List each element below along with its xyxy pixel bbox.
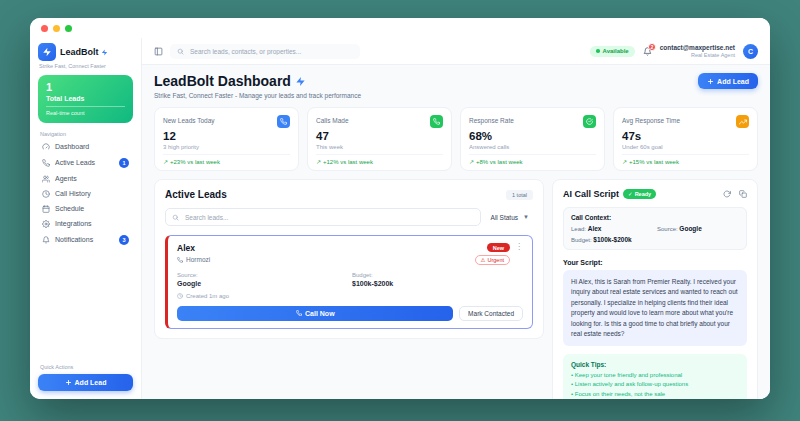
search-icon	[177, 48, 184, 55]
script-text: Hi Alex, this is Sarah from Premier Real…	[563, 270, 747, 346]
main-area: Available 2 contact@maxpertise.net Real …	[142, 38, 770, 399]
sidebar: LeadBolt Strike Fast, Connect Faster 1 T…	[30, 38, 142, 399]
total-leads-card: 1 Total Leads Real-time count	[38, 75, 133, 123]
stat-card-calls-made: Calls Made 47 This week ↗+12% vs last we…	[307, 107, 452, 171]
notifications-button[interactable]: 2	[643, 47, 652, 56]
notifications-badge: 3	[119, 235, 129, 245]
stat-card-response-rate: Response Rate 68% Answered calls ↗+8% vs…	[460, 107, 605, 171]
user-meta: contact@maxpertise.net Real Estate Agent	[660, 44, 735, 59]
tip-item: Listen actively and ask follow-up questi…	[571, 381, 739, 387]
maximize-window-button[interactable]	[65, 25, 72, 32]
lead-menu-button[interactable]: ⋮	[515, 243, 523, 251]
trend-up-icon: ↗	[622, 158, 627, 165]
phone-icon	[296, 310, 303, 317]
ready-badge: ✓ Ready	[623, 189, 656, 199]
page-subtitle: Strike Fast, Connect Faster - Manage you…	[154, 92, 361, 99]
notification-count-badge: 2	[648, 43, 657, 52]
brand-name: LeadBolt	[60, 47, 108, 57]
availability-status-badge[interactable]: Available	[590, 46, 635, 57]
gear-icon	[42, 220, 50, 228]
status-dot-icon	[596, 49, 600, 53]
sidebar-add-lead-button[interactable]: Add Lead	[38, 374, 133, 391]
chevron-down-icon: ▼	[523, 214, 529, 220]
lead-budget-field: Budget: $100k-$200k	[352, 272, 523, 287]
add-lead-button[interactable]: Add Lead	[698, 73, 758, 89]
lead-budget-value: $100k-$200k	[352, 280, 523, 287]
app-window: LeadBolt Strike Fast, Connect Faster 1 T…	[30, 18, 770, 399]
refresh-icon[interactable]	[723, 190, 731, 198]
zap-icon	[101, 49, 108, 56]
your-script-label: Your Script:	[563, 259, 747, 266]
lead-card[interactable]: Alex Hormozi New	[165, 235, 533, 329]
close-window-button[interactable]	[41, 25, 48, 32]
plus-icon	[707, 78, 714, 85]
tip-item: Focus on their needs, not the sale	[571, 391, 739, 397]
sidebar-item-call-history[interactable]: Call History	[38, 186, 133, 201]
tip-item: Keep your tone friendly and professional	[571, 372, 739, 378]
global-search[interactable]	[170, 44, 360, 59]
window-titlebar	[30, 18, 770, 38]
trend-up-icon: ↗	[316, 158, 321, 165]
minimize-window-button[interactable]	[53, 25, 60, 32]
users-icon	[42, 175, 50, 183]
copy-icon[interactable]	[739, 190, 747, 198]
check-icon: ✓	[628, 191, 633, 197]
sidebar-item-integrations[interactable]: Integrations	[38, 216, 133, 231]
user-avatar[interactable]: C	[743, 44, 758, 59]
brand: LeadBolt	[38, 43, 133, 61]
global-search-input[interactable]	[188, 47, 353, 56]
call-context-box: Call Context: Lead: Alex Source: Google …	[563, 207, 747, 250]
search-icon	[172, 214, 179, 221]
quick-tips-box: Quick Tips: Keep your tone friendly and …	[563, 354, 747, 399]
clock-icon	[177, 293, 183, 299]
page-title: LeadBolt Dashboard	[154, 73, 361, 89]
lead-phone-value: Hormozi	[186, 256, 210, 263]
sidebar-item-schedule[interactable]: Schedule	[38, 201, 133, 216]
total-leads-value: 1	[46, 82, 125, 93]
active-leads-badge: 1	[119, 158, 129, 168]
sidebar-item-dashboard[interactable]: Dashboard	[38, 139, 133, 154]
lead-name: Alex	[177, 243, 210, 253]
active-leads-panel: Active Leads 1 total All Stat	[154, 179, 544, 339]
ai-script-title: AI Call Script	[563, 189, 619, 199]
sidebar-item-notifications[interactable]: Notifications 3	[38, 231, 133, 248]
context-lead: Lead: Alex	[571, 225, 653, 232]
sidebar-item-active-leads[interactable]: Active Leads 1	[38, 154, 133, 171]
leads-search-input[interactable]	[183, 213, 474, 222]
bell-icon	[42, 236, 50, 244]
nav-section-label: Navigation	[40, 131, 131, 137]
user-role: Real Estate Agent	[660, 52, 735, 59]
total-leads-sub: Real-time count	[46, 110, 125, 116]
user-email: contact@maxpertise.net	[660, 44, 735, 52]
phone-icon	[177, 257, 183, 263]
plus-icon	[65, 379, 72, 386]
brand-tagline: Strike Fast, Connect Faster	[39, 63, 133, 69]
context-source: Source: Google	[657, 225, 739, 232]
sidebar-item-agents[interactable]: Agents	[38, 171, 133, 186]
trending-up-icon	[736, 115, 749, 128]
trend-up-icon: ↗	[163, 158, 168, 165]
gauge-icon	[42, 143, 50, 151]
ai-call-script-panel: AI Call Script ✓ Ready	[552, 179, 758, 399]
stat-card-avg-response-time: Avg Response Time 47s Under 60s goal ↗+1…	[613, 107, 758, 171]
alert-icon: ⚠	[481, 257, 486, 263]
phone-call-icon	[430, 115, 443, 128]
lead-source-value: Google	[177, 280, 348, 287]
lead-source-field: Source: Google	[177, 272, 348, 287]
calendar-icon	[42, 205, 50, 213]
stats-row: New Leads Today 12 3 high priority ↗+23%…	[154, 107, 758, 171]
call-now-button[interactable]: Call Now	[177, 306, 453, 321]
sidebar-toggle-icon[interactable]	[154, 47, 163, 56]
page-header: LeadBolt Dashboard Strike Fast, Connect …	[154, 73, 758, 99]
leadbolt-logo-icon	[38, 43, 56, 61]
quick-actions-label: Quick Actions	[40, 364, 131, 370]
mark-contacted-button[interactable]: Mark Contacted	[459, 306, 523, 321]
status-filter-select[interactable]: All Status ▼	[487, 211, 533, 224]
check-circle-icon	[583, 115, 596, 128]
urgent-badge: ⚠ Urgent	[475, 255, 510, 265]
trend-up-icon: ↗	[469, 158, 474, 165]
quick-tips-title: Quick Tips:	[571, 361, 739, 368]
leads-search[interactable]	[165, 208, 481, 226]
stat-card-new-leads: New Leads Today 12 3 high priority ↗+23%…	[154, 107, 299, 171]
phone-icon	[42, 159, 50, 167]
